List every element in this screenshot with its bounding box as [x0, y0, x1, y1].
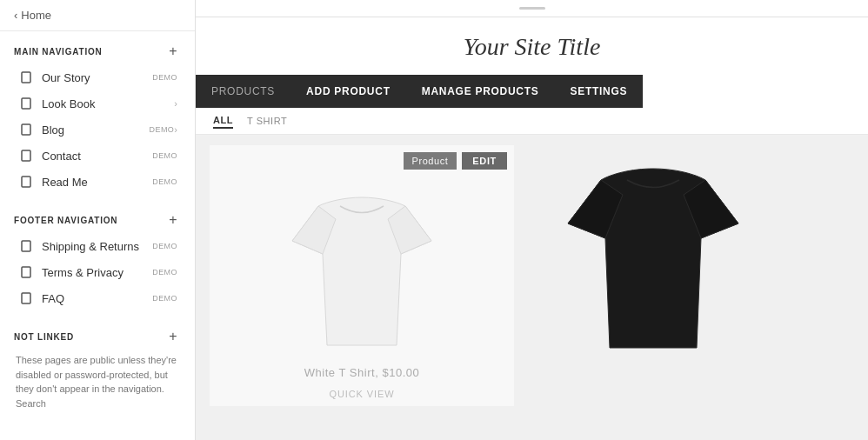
- page-icon: [17, 291, 35, 305]
- read-me-label: Read Me: [42, 176, 148, 189]
- footer-nav-header: FOOTER NAVIGATION +: [14, 212, 181, 228]
- main-content: Your Site Title Products ADD PRODUCT MAN…: [196, 0, 868, 440]
- sidebar-item-shipping[interactable]: Shipping & Returns DEMO: [14, 233, 181, 259]
- product-card-white-tshirt: Product EDIT White T Shirt, $10.00: [210, 145, 514, 406]
- toolbar-manage-products[interactable]: MANAGE PRODUCTS: [406, 75, 555, 108]
- home-label: Home: [21, 9, 51, 22]
- contact-label: Contact: [42, 150, 148, 163]
- chevron-right-icon: ›: [174, 98, 177, 109]
- sidebar-item-blog[interactable]: Blog DEMO ›: [14, 117, 181, 143]
- page-icon: [17, 123, 35, 137]
- svg-rect-3: [22, 150, 30, 161]
- page-icon: [17, 97, 35, 110]
- faq-label: FAQ: [42, 292, 148, 305]
- chevron-right-icon: ›: [174, 124, 177, 135]
- shipping-demo: DEMO: [152, 242, 177, 250]
- add-main-nav-button[interactable]: +: [165, 43, 181, 59]
- not-linked-title: NOT LINKED: [14, 332, 74, 342]
- sidebar: ‹ Home MAIN NAVIGATION + Our Story DEMO …: [0, 0, 196, 440]
- not-linked-description: These pages are public unless they're di…: [14, 350, 181, 414]
- add-not-linked-button[interactable]: +: [165, 329, 181, 344]
- sidebar-item-faq[interactable]: FAQ DEMO: [14, 285, 181, 311]
- svg-rect-1: [22, 98, 30, 109]
- site-title: Your Site Title: [196, 33, 868, 61]
- main-nav-title: MAIN NAVIGATION: [14, 47, 103, 57]
- page-icon: [17, 239, 35, 253]
- sidebar-item-terms[interactable]: Terms & Privacy DEMO: [14, 259, 181, 285]
- terms-demo: DEMO: [152, 268, 177, 277]
- faq-demo: DEMO: [152, 294, 177, 303]
- svg-rect-6: [22, 267, 30, 277]
- page-icon: [17, 175, 35, 189]
- toolbar-settings[interactable]: SETTINGS: [555, 75, 644, 108]
- filter-all[interactable]: ALL: [213, 113, 233, 129]
- svg-rect-5: [22, 241, 30, 251]
- toolbar-add-product[interactable]: ADD PRODUCT: [290, 75, 406, 108]
- product-info: White T Shirt, $10.00: [304, 364, 420, 380]
- sidebar-item-our-story[interactable]: Our Story DEMO: [14, 64, 181, 90]
- back-arrow: ‹: [14, 9, 17, 22]
- filter-tshirt[interactable]: T SHIRT: [247, 114, 287, 128]
- sidebar-item-contact[interactable]: Contact DEMO: [14, 143, 181, 169]
- footer-nav-section: FOOTER NAVIGATION + Shipping & Returns D…: [0, 200, 195, 317]
- page-icon: [17, 149, 35, 163]
- product-edit-button[interactable]: EDIT: [462, 152, 507, 170]
- shipping-label: Shipping & Returns: [42, 240, 148, 253]
- page-icon: [17, 70, 35, 84]
- toolbar-products[interactable]: Products: [196, 75, 290, 108]
- terms-label: Terms & Privacy: [42, 266, 148, 279]
- not-linked-header: NOT LINKED +: [14, 329, 181, 344]
- resize-handle[interactable]: [519, 7, 545, 10]
- page-icon: [17, 265, 35, 279]
- sidebar-item-read-me[interactable]: Read Me DEMO: [14, 169, 181, 195]
- svg-rect-4: [22, 177, 30, 187]
- filter-bar: ALL T SHIRT: [196, 108, 868, 135]
- blog-label: Blog: [42, 123, 145, 137]
- sidebar-item-look-book[interactable]: Look Book ›: [14, 90, 181, 117]
- not-linked-section: NOT LINKED + These pages are public unle…: [0, 317, 195, 419]
- product-label: Product: [404, 152, 457, 170]
- contact-demo: DEMO: [152, 151, 177, 160]
- look-book-label: Look Book: [42, 97, 174, 110]
- product-overlay: Product EDIT: [210, 145, 514, 177]
- main-nav-section: MAIN NAVIGATION + Our Story DEMO Look Bo…: [0, 31, 195, 200]
- nav-toolbar: Products ADD PRODUCT MANAGE PRODUCTS SET…: [196, 75, 868, 108]
- main-nav-header: MAIN NAVIGATION +: [14, 43, 181, 59]
- our-story-demo: DEMO: [152, 73, 177, 82]
- site-title-area: Your Site Title: [196, 17, 868, 75]
- product-quick-view[interactable]: QUICK VIEW: [330, 389, 395, 399]
- white-tshirt-image: [240, 176, 484, 376]
- products-area: Product EDIT White T Shirt, $10.00: [196, 135, 868, 440]
- our-story-label: Our Story: [42, 71, 148, 84]
- svg-rect-0: [22, 72, 30, 83]
- svg-rect-2: [22, 124, 30, 135]
- blog-demo: DEMO: [150, 125, 175, 134]
- black-tshirt-image: [531, 145, 775, 380]
- footer-nav-title: FOOTER NAVIGATION: [14, 216, 117, 225]
- read-me-demo: DEMO: [152, 177, 177, 186]
- second-product-container: [531, 145, 775, 430]
- home-link[interactable]: ‹ Home: [0, 0, 195, 31]
- add-footer-nav-button[interactable]: +: [165, 212, 181, 228]
- svg-rect-7: [22, 293, 30, 303]
- product-name: White T Shirt, $10.00: [304, 366, 420, 379]
- top-bar: [196, 0, 868, 17]
